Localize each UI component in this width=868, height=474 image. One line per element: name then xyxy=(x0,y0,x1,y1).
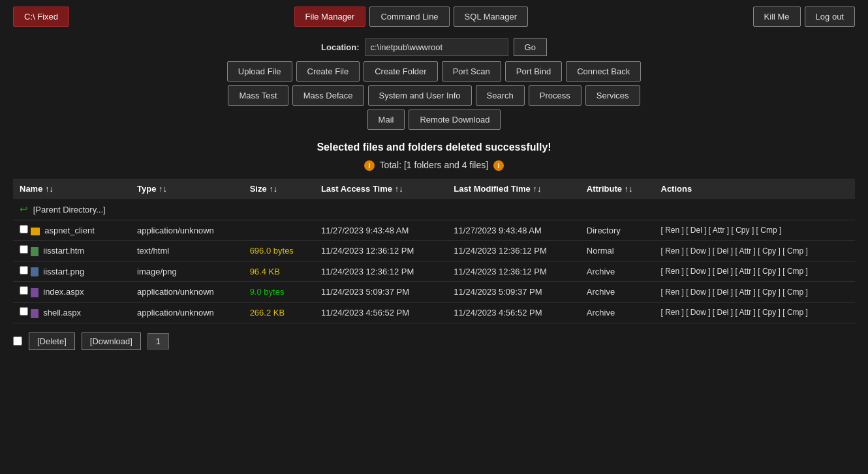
col-last-access[interactable]: Last Access Time ↑↓ xyxy=(315,179,447,199)
total-line: i Total: [1 folders and 4 files] i xyxy=(0,160,868,171)
parent-dir-row: ↩ [Parent Directory...] xyxy=(13,199,855,220)
services-button[interactable]: Services xyxy=(585,85,640,106)
row-last-access: 11/24/2023 4:56:52 PM xyxy=(315,302,447,323)
delete-button[interactable]: [Delete] xyxy=(29,333,75,350)
folder-icon xyxy=(31,228,40,235)
table-row: iisstart.htm text/html 696.0 bytes 11/24… xyxy=(13,241,855,261)
top-bar: C:\ Fixed File Manager Command Line SQL … xyxy=(0,0,868,33)
col-actions: Actions xyxy=(655,179,856,199)
total-value: 1 folders and 4 files xyxy=(407,160,486,170)
row-type: application/unknown xyxy=(131,220,243,241)
remote-download-button[interactable]: Remote Download xyxy=(409,110,501,130)
table-row: shell.aspx application/unknown 266.2 KB … xyxy=(13,302,855,323)
row-type: text/html xyxy=(131,241,243,261)
connect-back-button[interactable]: Connect Back xyxy=(566,61,641,81)
row-last-access: 11/24/2023 12:36:12 PM xyxy=(315,241,447,261)
row-last-modified: 11/27/2023 9:43:48 AM xyxy=(447,220,580,241)
select-all-checkbox[interactable] xyxy=(13,336,22,346)
total-suffix: ] xyxy=(486,160,488,170)
row-checkbox[interactable] xyxy=(20,245,28,254)
row-last-modified: 11/24/2023 12:36:12 PM xyxy=(447,261,580,282)
row-type: application/unknown xyxy=(131,282,243,303)
go-button[interactable]: Go xyxy=(514,38,547,56)
action-rows: Upload File Create File Create Folder Po… xyxy=(0,61,868,130)
mass-test-button[interactable]: Mass Test xyxy=(228,85,288,106)
parent-dir-cell[interactable]: ↩ [Parent Directory...] xyxy=(13,199,855,220)
search-button[interactable]: Search xyxy=(476,85,525,106)
process-button[interactable]: Process xyxy=(529,85,581,106)
col-name[interactable]: Name ↑↓ xyxy=(13,179,131,199)
parent-dir-label: [Parent Directory...] xyxy=(33,205,106,215)
page-number: 1 xyxy=(147,333,169,349)
row-name-cell: aspnet_client xyxy=(13,220,131,241)
row-last-access: 11/24/2023 5:09:37 PM xyxy=(315,282,447,303)
file-icon xyxy=(31,288,39,297)
row-actions[interactable]: [ Ren ] [ Dow ] [ Del ] [ Attr ] [ Cpy ]… xyxy=(655,282,856,303)
file-name: iisstart.htm xyxy=(43,246,84,256)
location-label: Location: xyxy=(321,42,360,52)
row-attribute: Archive xyxy=(580,282,655,303)
table-row: index.aspx application/unknown 9.0 bytes… xyxy=(13,282,855,303)
row-last-modified: 11/24/2023 12:36:12 PM xyxy=(447,241,580,261)
row-checkbox[interactable] xyxy=(20,266,28,274)
command-line-button[interactable]: Command Line xyxy=(369,7,449,27)
col-size[interactable]: Size ↑↓ xyxy=(243,179,315,199)
file-table-wrap: Name ↑↓ Type ↑↓ Size ↑↓ Last Access Time… xyxy=(13,179,855,323)
kill-me-button[interactable]: Kill Me xyxy=(753,7,801,27)
port-bind-button[interactable]: Port Bind xyxy=(505,61,562,81)
row-name-cell: shell.aspx xyxy=(13,302,131,323)
file-name: index.aspx xyxy=(43,287,84,297)
mail-button[interactable]: Mail xyxy=(367,110,405,130)
top-right: Kill Me Log out xyxy=(753,7,855,27)
row-name-cell: iisstart.png xyxy=(13,261,131,282)
row-attribute: Normal xyxy=(580,241,655,261)
row-last-modified: 11/24/2023 4:56:52 PM xyxy=(447,302,580,323)
create-file-button[interactable]: Create File xyxy=(296,61,360,81)
col-type[interactable]: Type ↑↓ xyxy=(131,179,243,199)
success-message: Selected files and folders deleted succe… xyxy=(0,141,868,153)
table-row: iisstart.png image/png 96.4 KB 11/24/202… xyxy=(13,261,855,282)
total-prefix: Total: [ xyxy=(380,160,407,170)
log-out-button[interactable]: Log out xyxy=(805,7,855,27)
row-size xyxy=(243,220,315,241)
mass-deface-button[interactable]: Mass Deface xyxy=(292,85,364,106)
parent-dir-icon: ↩ xyxy=(20,203,28,215)
bottom-bar: [Delete] [Download] 1 xyxy=(13,333,855,350)
location-input[interactable] xyxy=(365,38,508,56)
system-user-info-button[interactable]: System and User Info xyxy=(368,85,472,106)
row-checkbox[interactable] xyxy=(20,307,28,316)
upload-file-button[interactable]: Upload File xyxy=(227,61,292,81)
row-actions[interactable]: [ Ren ] [ Dow ] [ Del ] [ Attr ] [ Cpy ]… xyxy=(655,241,856,261)
table-header-row: Name ↑↓ Type ↑↓ Size ↑↓ Last Access Time… xyxy=(13,179,855,199)
top-left: C:\ Fixed xyxy=(13,7,69,27)
row-attribute: Directory xyxy=(580,220,655,241)
info-icon-left: i xyxy=(364,160,375,171)
row-attribute: Archive xyxy=(580,261,655,282)
fixed-button[interactable]: C:\ Fixed xyxy=(13,7,69,27)
file-name: aspnet_client xyxy=(44,226,95,235)
location-bar: Location: Go xyxy=(0,38,868,56)
row-actions[interactable]: [ Ren ] [ Dow ] [ Del ] [ Attr ] [ Cpy ]… xyxy=(655,261,856,282)
file-icon xyxy=(31,247,39,256)
download-button[interactable]: [Download] xyxy=(82,333,141,350)
row-checkbox[interactable] xyxy=(20,286,28,295)
row-checkbox[interactable] xyxy=(20,225,28,233)
row-actions[interactable]: [ Ren ] [ Dow ] [ Del ] [ Attr ] [ Cpy ]… xyxy=(655,302,856,323)
file-manager-button[interactable]: File Manager xyxy=(294,7,366,27)
sql-manager-button[interactable]: SQL Manager xyxy=(454,7,528,27)
row-actions[interactable]: [ Ren ] [ Del ] [ Attr ] [ Cpy ] [ Cmp ] xyxy=(655,220,856,241)
row-name-cell: index.aspx xyxy=(13,282,131,303)
file-name: iisstart.png xyxy=(43,267,84,276)
row-size: 696.0 bytes xyxy=(243,241,315,261)
row-attribute: Archive xyxy=(580,302,655,323)
row-name-cell: iisstart.htm xyxy=(13,241,131,261)
col-attribute[interactable]: Attribute ↑↓ xyxy=(580,179,655,199)
action-row-2: Mass Test Mass Deface System and User In… xyxy=(228,85,640,106)
info-icon-right: i xyxy=(493,160,504,171)
file-table: Name ↑↓ Type ↑↓ Size ↑↓ Last Access Time… xyxy=(13,179,855,323)
file-name: shell.aspx xyxy=(43,308,81,318)
col-last-modified[interactable]: Last Modified Time ↑↓ xyxy=(447,179,580,199)
port-scan-button[interactable]: Port Scan xyxy=(442,61,501,81)
create-folder-button[interactable]: Create Folder xyxy=(364,61,437,81)
action-row-3: Mail Remote Download xyxy=(367,110,501,130)
